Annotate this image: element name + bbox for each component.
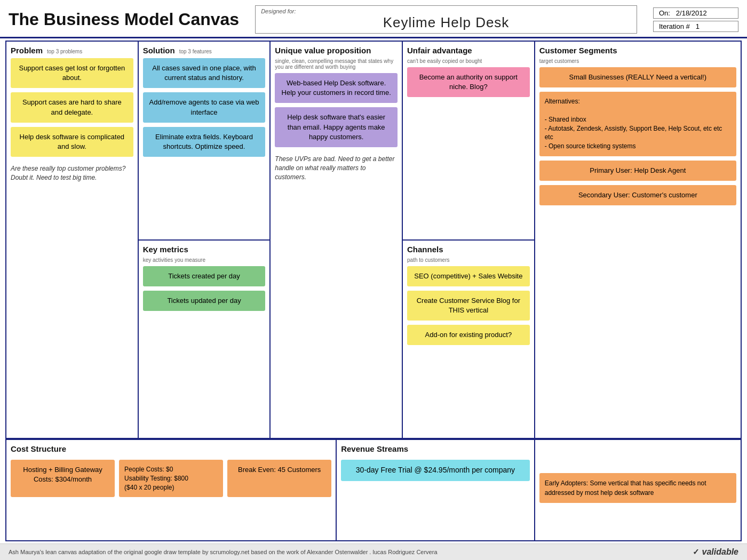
segments-title: Customer Segments [539, 46, 617, 55]
on-label: On: [659, 9, 670, 17]
footer-logo: ✓ validable [693, 547, 738, 557]
on-date: 2/18/2012 [676, 9, 707, 17]
uvp-italic: These UVPs are bad. Need to get a better… [275, 155, 398, 181]
problem-sub: top 3 problems [47, 49, 82, 54]
iteration-label: Iteration # [659, 22, 690, 30]
cost-title: Cost Structure [11, 444, 66, 453]
problem-title: Problem [11, 46, 43, 55]
cost-header: Cost Structure [11, 444, 331, 453]
solution-header: Solution top 3 features [143, 46, 266, 55]
channels-note-2: Create Customer Service Blog for THIS ve… [407, 291, 530, 321]
canvas-body: Problem top 3 problems Support cases get… [5, 41, 742, 541]
uvp-column: Unique value proposition single, clean, … [271, 42, 403, 438]
unfair-title: Unfair advantage [407, 46, 472, 55]
segments-column: Customer Segments target customers Small… [535, 42, 741, 438]
cost-stickies: Hosting + Billing Gateway Costs: $304/mo… [11, 460, 331, 501]
solution-section: Solution top 3 features All cases saved … [139, 42, 270, 241]
key-metrics-section: Key metrics key activities you measure T… [139, 241, 270, 438]
cost-note-2: People Costs: $0 Usability Testing: $800… [119, 460, 223, 497]
page: The Business Model Canvas Designed for: … [0, 0, 747, 560]
solution-note-1: All cases saved in one place, with curre… [143, 58, 266, 88]
problem-note-2: Support cases are hard to share and dele… [11, 92, 133, 122]
company-box: Designed for: Keylime Help Desk [255, 5, 637, 34]
company-name: Keylime Help Desk [261, 14, 631, 31]
segments-note-3: Primary User: Help Desk Agent [539, 161, 736, 181]
key-metrics-sub: key activities you measure [143, 257, 266, 263]
segments-header: Customer Segments [539, 46, 736, 55]
segments-sub: target customers [539, 58, 736, 64]
segments-note-4: Secondary User: Customer's customer [539, 185, 736, 205]
channels-sub: path to customers [407, 257, 530, 263]
channels-title: Channels [407, 245, 443, 254]
unfair-section: Unfair advantage can't be easily copied … [403, 42, 534, 241]
channels-header: Channels [407, 245, 530, 254]
solution-note-3: Eliminate extra fields. Keyboard shortcu… [143, 127, 266, 157]
channels-note-3: Add-on for existing product? [407, 325, 530, 345]
designed-for-label: Designed for: [261, 8, 631, 14]
solution-note-2: Add/remove agents to case via web interf… [143, 92, 266, 122]
footer-text: Ash Maurya's lean canvas adaptation of t… [9, 549, 438, 555]
uvp-note-1: Web-based Help Desk software. Help your … [275, 73, 398, 103]
solution-sub: top 3 features [179, 49, 212, 54]
canvas-bottom: Cost Structure Hosting + Billing Gateway… [6, 439, 741, 540]
problem-column: Problem top 3 problems Support cases get… [6, 42, 139, 438]
on-date-box: On: 2/18/2012 [653, 7, 738, 19]
header: The Business Model Canvas Designed for: … [0, 0, 747, 38]
segments-early-adopters: Early Adopters: Some vertical that has s… [539, 473, 736, 503]
uvp-note-2: Help desk software that's easier than em… [275, 107, 398, 147]
channels-note-1: SEO (competitive) + Sales Website [407, 266, 530, 286]
segments-bottom-column: Early Adopters: Some vertical that has s… [535, 440, 741, 540]
cost-note-1: Hosting + Billing Gateway Costs: $304/mo… [11, 460, 115, 497]
revenue-note-1: 30-day Free Trial @ $24.95/month per com… [341, 460, 530, 481]
iteration-num: 1 [696, 22, 700, 30]
problem-note-3: Help desk software is complicated and sl… [11, 127, 133, 157]
revenue-column: Revenue Streams 30-day Free Trial @ $24.… [337, 440, 535, 540]
header-right: On: 2/18/2012 Iteration # 1 [653, 7, 738, 32]
key-metrics-title: Key metrics [143, 245, 188, 254]
key-metrics-note-2: Tickets updated per day [143, 291, 266, 311]
iteration-box: Iteration # 1 [653, 21, 738, 32]
unfair-header: Unfair advantage [407, 46, 530, 55]
unfair-channels-column: Unfair advantage can't be easily copied … [403, 42, 535, 438]
problem-italic: Are these really top customer problems? … [11, 164, 133, 182]
unfair-note-1: Become an authority on support niche. Bl… [407, 67, 530, 97]
segments-note-2: Alternatives: - Shared inbox - Autotask,… [539, 92, 736, 156]
unfair-sub: can't be easily copied or bought [407, 58, 530, 64]
problem-note-1: Support cases get lost or forgotten abou… [11, 58, 133, 88]
solution-title: Solution [143, 46, 175, 55]
key-metrics-header: Key metrics [143, 245, 266, 254]
revenue-header: Revenue Streams [341, 444, 530, 453]
solution-keymetrics-column: Solution top 3 features All cases saved … [139, 42, 271, 438]
footer: Ash Maurya's lean canvas adaptation of t… [0, 543, 747, 560]
uvp-sub: single, clean, compelling message that s… [275, 58, 398, 70]
uvp-title: Unique value proposition [275, 46, 371, 55]
revenue-title: Revenue Streams [341, 444, 408, 453]
key-metrics-note-1: Tickets created per day [143, 266, 266, 286]
uvp-header: Unique value proposition [275, 46, 398, 55]
canvas-top: Problem top 3 problems Support cases get… [6, 42, 741, 439]
problem-header: Problem top 3 problems [11, 46, 133, 55]
cost-note-3: Break Even: 45 Customers [227, 460, 331, 497]
cost-column: Cost Structure Hosting + Billing Gateway… [6, 440, 337, 540]
channels-section: Channels path to customers SEO (competit… [403, 241, 534, 438]
segments-note-1: Small Businesses (REALLY Need a vertical… [539, 67, 736, 87]
page-title: The Business Model Canvas [9, 10, 239, 29]
